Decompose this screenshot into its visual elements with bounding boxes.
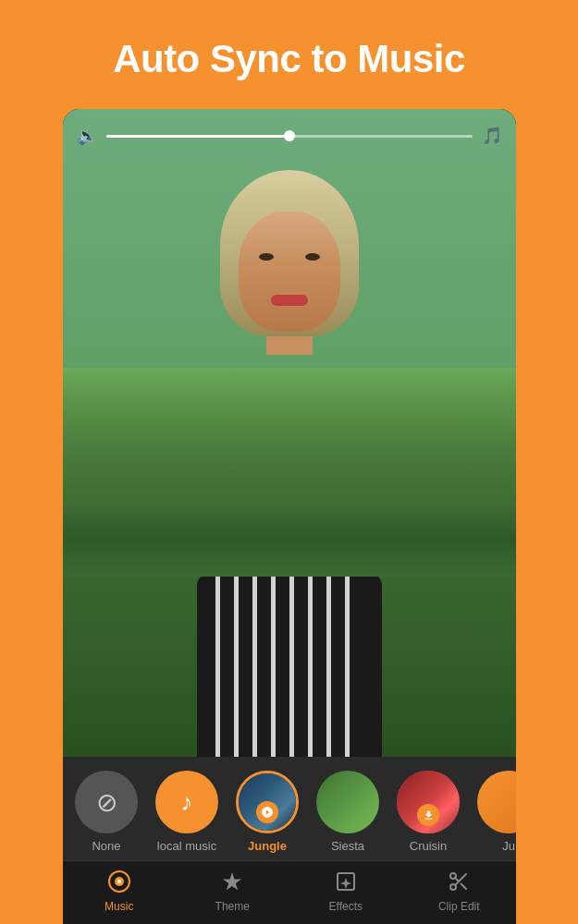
music-note-icon[interactable]: 🎵 bbox=[482, 126, 502, 146]
svg-line-7 bbox=[461, 883, 467, 889]
stripe-8 bbox=[345, 572, 350, 757]
music-label-siesta: Siesta bbox=[331, 839, 364, 853]
effects-nav-icon bbox=[335, 870, 357, 896]
clip-edit-nav-label: Clip Edit bbox=[438, 900, 480, 913]
music-label-jungle: Jungle bbox=[248, 839, 287, 853]
music-circle-cruisin bbox=[397, 771, 460, 833]
theme-nav-icon bbox=[221, 870, 243, 896]
music-nav-label: Music bbox=[105, 900, 133, 913]
music-item-jungle[interactable]: Jungle bbox=[233, 771, 302, 853]
clip-edit-nav-icon bbox=[448, 870, 470, 896]
cruisin-thumbnail bbox=[397, 771, 460, 833]
nav-item-music[interactable]: Music bbox=[63, 861, 177, 924]
theme-nav-label: Theme bbox=[215, 900, 250, 913]
page-title: Auto Sync to Music bbox=[113, 37, 465, 81]
music-label-cruisin: Cruisin bbox=[410, 839, 447, 853]
music-item-last[interactable]: Ju bbox=[474, 771, 516, 853]
music-circle-local: ♪ bbox=[155, 771, 218, 833]
local-music-icon: ♪ bbox=[181, 788, 193, 817]
jungle-thumbnail bbox=[239, 773, 296, 831]
music-label-local: local music bbox=[157, 839, 216, 853]
svg-line-8 bbox=[455, 878, 459, 881]
lips bbox=[271, 295, 308, 306]
stripe-6 bbox=[308, 572, 313, 757]
effects-nav-label: Effects bbox=[329, 900, 363, 913]
siesta-thumbnail bbox=[316, 771, 379, 833]
video-area: 🔈 🎵 bbox=[63, 109, 516, 757]
music-label-last: Ju bbox=[502, 839, 515, 853]
music-item-none[interactable]: ⊘ None bbox=[72, 771, 141, 853]
slash-icon: ⊘ bbox=[96, 787, 117, 818]
stripe-3 bbox=[252, 572, 257, 757]
music-item-siesta[interactable]: Siesta bbox=[314, 771, 383, 853]
foreground-grass bbox=[63, 503, 516, 577]
playback-bar: 🔈 🎵 bbox=[77, 126, 502, 146]
music-selector-row: ⊘ None ♪ local music Jungl bbox=[63, 757, 516, 860]
nav-item-clip-edit[interactable]: Clip Edit bbox=[402, 861, 516, 924]
jungle-scissors-icon bbox=[256, 801, 278, 823]
stripe-7 bbox=[326, 572, 331, 757]
music-label-none: None bbox=[92, 839, 120, 853]
progress-dot bbox=[284, 130, 295, 141]
progress-fill bbox=[106, 135, 289, 138]
nav-item-theme[interactable]: Theme bbox=[176, 861, 289, 924]
portrait-scene bbox=[63, 109, 516, 757]
stripe-1 bbox=[215, 572, 220, 757]
music-item-cruisin[interactable]: Cruisin bbox=[394, 771, 463, 853]
last-thumbnail bbox=[477, 771, 516, 833]
volume-icon[interactable]: 🔈 bbox=[77, 126, 97, 146]
music-circle-last bbox=[477, 771, 516, 833]
music-nav-icon bbox=[108, 870, 130, 896]
bottom-nav: Music Theme Effects bbox=[63, 860, 516, 924]
face bbox=[239, 212, 340, 332]
shirt bbox=[197, 572, 382, 757]
nav-item-effects[interactable]: Effects bbox=[289, 861, 403, 924]
music-circle-none: ⊘ bbox=[75, 771, 138, 833]
svg-point-2 bbox=[117, 880, 121, 883]
music-item-local[interactable]: ♪ local music bbox=[153, 771, 222, 853]
stripe-5 bbox=[289, 572, 294, 757]
stripe-4 bbox=[271, 572, 276, 757]
right-eye bbox=[305, 253, 320, 261]
phone-container: 🔈 🎵 ⊘ None ♪ local music bbox=[63, 109, 516, 924]
header-area: Auto Sync to Music bbox=[0, 0, 578, 109]
cruisin-download-icon bbox=[417, 804, 439, 826]
music-circle-jungle bbox=[236, 771, 299, 833]
person-figure bbox=[169, 161, 410, 757]
stripe-2 bbox=[234, 572, 239, 757]
progress-track[interactable] bbox=[106, 135, 473, 138]
music-circle-siesta bbox=[316, 771, 379, 833]
left-eye bbox=[259, 253, 274, 261]
